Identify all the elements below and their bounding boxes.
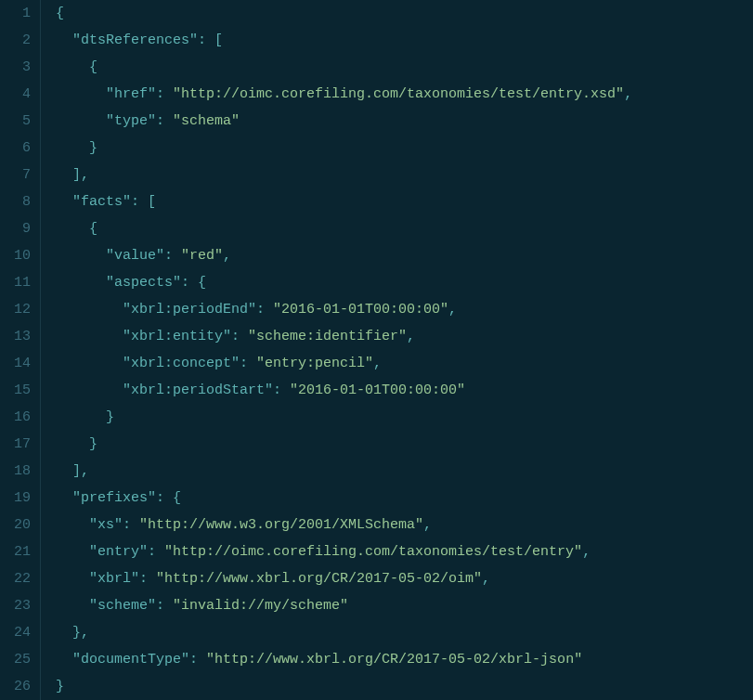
line-number: 21 xyxy=(0,538,31,565)
line-number: 12 xyxy=(0,296,31,323)
indent xyxy=(56,350,123,377)
json-punct: } xyxy=(56,679,64,694)
code-line[interactable]: "value": "red", xyxy=(56,242,753,269)
indent xyxy=(56,135,89,162)
json-string: "http://oimc.corefiling.com/taxonomies/t… xyxy=(173,86,624,102)
line-number: 25 xyxy=(0,646,31,673)
code-line[interactable]: "xbrl": "http://www.xbrl.org/CR/2017-05-… xyxy=(56,565,753,592)
line-number: 23 xyxy=(0,592,31,619)
json-key: "type" xyxy=(106,113,156,129)
line-number-gutter: 1234567891011121314151617181920212223242… xyxy=(0,0,41,700)
code-line[interactable]: "aspects": { xyxy=(56,269,753,296)
indent xyxy=(56,485,72,512)
json-punct: , xyxy=(448,302,457,318)
code-line[interactable]: "documentType": "http://www.xbrl.org/CR/… xyxy=(56,646,753,673)
indent xyxy=(56,215,89,242)
indent xyxy=(56,188,72,215)
json-string: "http://www.xbrl.org/CR/2017-05-02/xbrl-… xyxy=(206,652,582,668)
json-punct: } xyxy=(106,409,114,425)
indent xyxy=(56,646,72,673)
line-number: 1 xyxy=(0,0,31,27)
json-punct: , xyxy=(423,517,432,533)
line-number: 22 xyxy=(0,565,31,592)
code-line[interactable]: "xbrl:periodStart": "2016-01-01T00:00:00… xyxy=(56,377,753,404)
code-line[interactable]: "prefixes": { xyxy=(56,485,753,512)
line-number: 20 xyxy=(0,512,31,538)
line-number: 5 xyxy=(0,108,31,135)
json-punct: ], xyxy=(72,167,89,183)
indent xyxy=(56,108,106,135)
code-line[interactable]: "xbrl:periodEnd": "2016-01-01T00:00:00", xyxy=(56,296,753,323)
code-area[interactable]: { "dtsReferences": [ { "href": "http://o… xyxy=(41,0,753,700)
json-key: "documentType" xyxy=(72,652,189,668)
json-punct: , xyxy=(407,329,415,344)
line-number: 3 xyxy=(0,54,31,81)
indent xyxy=(56,619,72,646)
indent xyxy=(56,81,106,108)
code-line[interactable]: "scheme": "invalid://my/scheme" xyxy=(56,592,753,619)
code-line[interactable]: ], xyxy=(56,458,753,485)
code-line[interactable]: "href": "http://oimc.corefiling.com/taxo… xyxy=(56,81,753,108)
line-number: 13 xyxy=(0,323,31,350)
line-number: 8 xyxy=(0,188,31,215)
json-punct: , xyxy=(373,356,382,371)
indent xyxy=(56,162,72,188)
json-string: "http://oimc.corefiling.com/taxonomies/t… xyxy=(164,544,582,560)
code-line[interactable]: "xbrl:concept": "entry:pencil", xyxy=(56,350,753,377)
json-punct: : xyxy=(231,329,248,344)
code-line[interactable]: }, xyxy=(56,619,753,646)
indent xyxy=(56,27,72,54)
code-line[interactable]: "entry": "http://oimc.corefiling.com/tax… xyxy=(56,538,753,565)
code-line[interactable]: { xyxy=(56,0,753,27)
json-key: "facts" xyxy=(72,194,131,210)
json-punct: : xyxy=(189,652,206,668)
code-line[interactable]: } xyxy=(56,673,753,700)
json-string: "red" xyxy=(181,248,223,264)
json-string: "http://www.xbrl.org/CR/2017-05-02/oim" xyxy=(156,571,482,587)
json-key: "entry" xyxy=(89,544,148,560)
json-punct: : xyxy=(148,544,164,560)
json-punct: ], xyxy=(72,463,89,479)
json-punct: } xyxy=(89,436,97,452)
json-key: "dtsReferences" xyxy=(72,32,198,48)
code-line[interactable]: "xbrl:entity": "scheme:identifier", xyxy=(56,323,753,350)
indent xyxy=(56,404,106,431)
code-editor[interactable]: 1234567891011121314151617181920212223242… xyxy=(0,0,753,700)
json-punct: : xyxy=(164,248,181,264)
indent xyxy=(56,431,89,458)
json-string: "entry:pencil" xyxy=(256,356,373,371)
code-line[interactable]: } xyxy=(56,404,753,431)
code-line[interactable]: "dtsReferences": [ xyxy=(56,27,753,54)
indent xyxy=(56,323,123,350)
json-key: "href" xyxy=(106,86,156,102)
indent xyxy=(56,296,123,323)
line-number: 11 xyxy=(0,269,31,296)
code-line[interactable]: "type": "schema" xyxy=(56,108,753,135)
code-line[interactable]: "xs": "http://www.w3.org/2001/XMLSchema"… xyxy=(56,512,753,538)
json-punct: : xyxy=(156,113,173,129)
indent xyxy=(56,592,89,619)
json-punct: : xyxy=(139,571,156,587)
json-punct: { xyxy=(89,221,97,237)
code-line[interactable]: ], xyxy=(56,162,753,188)
line-number: 10 xyxy=(0,242,31,269)
indent xyxy=(56,242,106,269)
code-line[interactable]: { xyxy=(56,54,753,81)
json-punct: : xyxy=(273,382,290,398)
line-number: 7 xyxy=(0,162,31,188)
json-punct: : { xyxy=(156,490,181,506)
code-line[interactable]: } xyxy=(56,135,753,162)
json-string: "2016-01-01T00:00:00" xyxy=(273,302,448,318)
code-line[interactable]: } xyxy=(56,431,753,458)
json-key: "xbrl" xyxy=(89,571,139,587)
line-number: 18 xyxy=(0,458,31,485)
json-key: "prefixes" xyxy=(72,490,156,506)
line-number: 15 xyxy=(0,377,31,404)
json-punct: : xyxy=(156,598,173,614)
indent xyxy=(56,512,89,538)
json-key: "xbrl:periodEnd" xyxy=(123,302,256,318)
json-key: "xs" xyxy=(89,517,123,533)
code-line[interactable]: { xyxy=(56,215,753,242)
code-line[interactable]: "facts": [ xyxy=(56,188,753,215)
json-string: "2016-01-01T00:00:00" xyxy=(290,382,465,398)
